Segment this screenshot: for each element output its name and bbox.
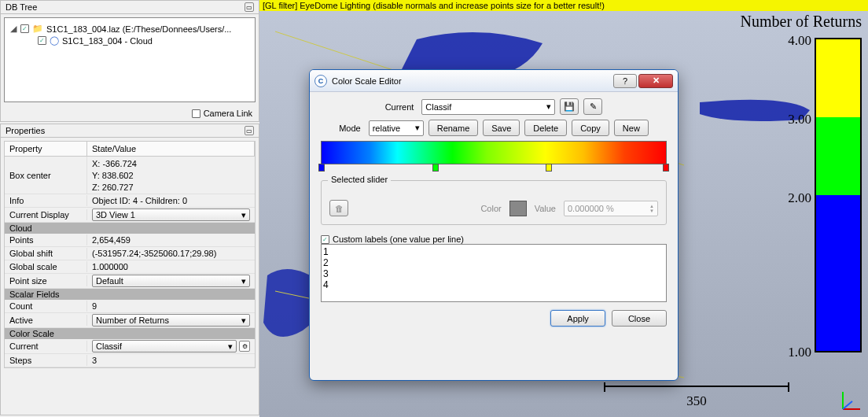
section-cloud: Cloud <box>5 223 255 234</box>
gscale-val: 1.000000 <box>87 261 255 272</box>
row-cs-current: Current Classif▾ ⚙ <box>5 339 255 354</box>
cloud-name: S1C1_183_004 - Cloud <box>62 36 153 46</box>
selected-slider-group: Selected slider 🗑 Color Value 0.000000 %… <box>321 180 667 225</box>
properties-panel: Properties ▭ Property State/Value Box ce… <box>0 124 259 415</box>
chevron-down-icon: ▾ <box>241 316 246 326</box>
slider-1[interactable] <box>432 164 440 175</box>
save-to-disk-button[interactable]: 💾 <box>560 98 579 115</box>
db-tree[interactable]: ◢ ✓ 📁 S1C1_183_004.laz (E:/These/Donnees… <box>4 17 256 102</box>
rename-button[interactable]: Rename <box>428 120 479 136</box>
boxcenter-x: X: -366.724 <box>92 159 137 168</box>
db-tree-header[interactable]: DB Tree ▭ <box>1 1 259 14</box>
color-scale-editor-dialog: C Color Scale Editor ? ✕ Current Classif… <box>309 69 679 381</box>
colorbar-seg-4 <box>816 39 860 117</box>
file-name: S1C1_183_004.laz (E:/These/Donnees/Users… <box>46 24 231 34</box>
color-scale-select[interactable]: Classif▾ <box>92 340 237 352</box>
delete-button[interactable]: Delete <box>524 120 567 136</box>
close-button[interactable]: Close <box>612 310 667 327</box>
delete-slider-button[interactable]: 🗑 <box>329 200 348 216</box>
colorbar-label-1: 1.00 <box>788 345 811 360</box>
help-button[interactable]: ? <box>613 74 637 88</box>
copy-button[interactable]: Copy <box>572 120 609 136</box>
tree-file-row[interactable]: ◢ ✓ 📁 S1C1_183_004.laz (E:/These/Donnees… <box>9 23 250 35</box>
hdr-property: Property <box>5 142 87 156</box>
spinner-icons: ▲▼ <box>649 204 654 213</box>
slider-color-swatch[interactable] <box>509 201 527 216</box>
undock-icon[interactable]: ▭ <box>245 2 254 12</box>
new-button[interactable]: New <box>614 120 649 136</box>
row-global-scale: Global scale 1.000000 <box>5 260 255 274</box>
info-key: Info <box>5 195 87 206</box>
slider-0[interactable] <box>318 164 326 175</box>
gshift-val: (-531957.24;-3525060.17;29.98) <box>87 248 255 259</box>
custom-labels-checkbox[interactable]: ✓ <box>321 235 329 244</box>
dialog-title: Color Scale Editor <box>332 76 402 86</box>
active-sf-select[interactable]: Number of Returns▾ <box>92 314 250 327</box>
svg-line-4 <box>843 401 852 409</box>
mode-select[interactable]: relative▾ <box>369 120 424 136</box>
camera-link-row: ✓ Camera Link <box>1 105 259 121</box>
close-window-button[interactable]: ✕ <box>638 74 673 88</box>
chevron-down-icon: ▾ <box>415 123 420 133</box>
properties-header[interactable]: Properties ▭ <box>1 124 259 138</box>
section-color-scale: Color Scale <box>5 328 255 339</box>
chevron-down-icon: ▾ <box>241 276 246 286</box>
current-display-select[interactable]: 3D View 1▾ <box>92 208 250 221</box>
selected-slider-legend: Selected slider <box>328 175 391 184</box>
slider-value-spin[interactable]: 0.000000 % ▲▼ <box>564 201 658 216</box>
slider-3[interactable] <box>662 164 670 175</box>
properties-header-row: Property State/Value <box>5 142 255 157</box>
row-global-shift: Global shift (-531957.24;-3525060.17;29.… <box>5 247 255 260</box>
scalar-field-title: Number of Returns <box>741 13 862 31</box>
color-scale-editor-button[interactable]: ⚙ <box>239 341 250 352</box>
color-label: Color <box>480 204 501 213</box>
left-panel: DB Tree ▭ ◢ ✓ 📁 S1C1_183_004.laz (E:/The… <box>0 0 259 417</box>
curdisp-key: Current Display <box>5 209 87 220</box>
colorbar-label-3: 3.00 <box>788 112 811 127</box>
apply-button[interactable]: Apply <box>550 310 605 327</box>
custom-labels-label: Custom labels (one value per line) <box>333 234 464 244</box>
axis-gizmo-icon <box>840 389 863 412</box>
properties-table: Property State/Value Box center X: -366.… <box>4 141 256 368</box>
save-button[interactable]: Save <box>483 120 520 136</box>
collapse-icon[interactable]: ◢ <box>9 25 17 33</box>
properties-title: Properties <box>6 126 45 135</box>
undock-icon[interactable]: ▭ <box>245 126 254 135</box>
camera-link-label: Camera Link <box>204 109 252 118</box>
row-count: Count 9 <box>5 300 255 313</box>
dialog-body: Current Classif▾ 💾 ✎ Mode relative▾ Rena… <box>310 92 678 333</box>
row-current-display: Current Display 3D View 1▾ <box>5 208 255 223</box>
chevron-down-icon: ▾ <box>228 341 233 352</box>
info-val: Object ID: 4 - Children: 0 <box>87 195 255 206</box>
section-scalar-fields: Scalar Fields <box>5 289 255 300</box>
dialog-titlebar[interactable]: C Color Scale Editor ? ✕ <box>310 70 678 92</box>
colorbar-seg-2 <box>816 195 860 273</box>
gl-filter-bar: [GL filter] EyeDome Lighting (disable no… <box>259 0 868 11</box>
tree-cloud-row[interactable]: ✓ ◯ S1C1_183_004 - Cloud <box>9 35 250 46</box>
slider-2[interactable] <box>545 164 553 175</box>
dialog-footer: Apply Close <box>321 310 667 327</box>
mode-row: Mode relative▾ Rename Save Delete Copy N… <box>321 120 667 136</box>
edit-scale-button[interactable]: ✎ <box>583 98 602 115</box>
steps-val: 3 <box>87 355 255 366</box>
scale-ruler: 350 <box>604 386 789 408</box>
file-checkbox[interactable]: ✓ <box>20 24 29 33</box>
colorbar-seg-3 <box>816 117 860 195</box>
point-size-select[interactable]: Default▾ <box>92 275 250 287</box>
row-info: Info Object ID: 4 - Children: 0 <box>5 194 255 208</box>
current-scale-select[interactable]: Classif▾ <box>421 99 555 115</box>
custom-labels-textarea[interactable] <box>321 244 667 302</box>
mode-label: Mode <box>339 124 364 133</box>
cloud-checkbox[interactable]: ✓ <box>38 36 46 45</box>
color-scale-bar <box>815 38 862 352</box>
cloud-icon: ◯ <box>50 35 59 46</box>
db-tree-panel: DB Tree ▭ ◢ ✓ 📁 S1C1_183_004.laz (E:/The… <box>0 0 259 122</box>
value-label: Value <box>535 204 556 213</box>
folder-icon: 📁 <box>32 24 43 34</box>
db-tree-title: DB Tree <box>6 2 37 12</box>
camera-link-checkbox[interactable]: ✓ <box>192 109 200 118</box>
scale-value: 350 <box>604 393 789 409</box>
boxcenter-key: Box center <box>5 157 87 194</box>
gradient-editor[interactable] <box>321 141 667 164</box>
boxcenter-z: Z: 260.727 <box>92 183 134 192</box>
